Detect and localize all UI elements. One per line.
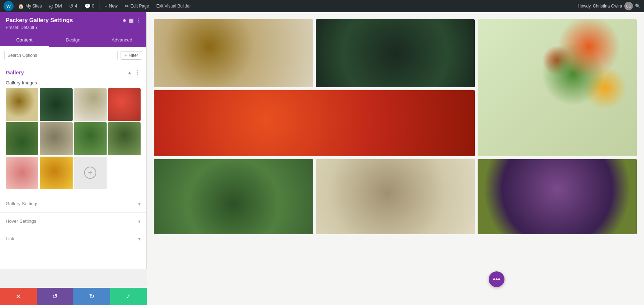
gallery-item-1[interactable] xyxy=(154,19,313,87)
sidebar-more-icon[interactable]: ⋮ xyxy=(136,18,141,23)
bar-item-divi[interactable]: ◎ Divi xyxy=(46,2,65,10)
gallery-menu-icon[interactable]: ⋮ xyxy=(135,69,141,76)
plus-icon: + xyxy=(104,3,107,9)
bar-item-new[interactable]: + New xyxy=(102,2,120,10)
redo-icon: ↻ xyxy=(89,292,94,300)
bar-item-my-sites[interactable]: 🏠 My Sites xyxy=(15,2,45,10)
bar-item-chat[interactable]: 💬 0 xyxy=(82,2,97,10)
wp-admin-bar: W 🏠 My Sites ◎ Divi ↺ 4 💬 0 + New ✏ Edit… xyxy=(0,0,644,12)
sidebar-resize-icon[interactable]: ⊞ xyxy=(122,18,127,23)
undo-icon: ↺ xyxy=(52,292,58,300)
bar-item-comments[interactable]: ↺ 4 xyxy=(66,2,80,10)
gallery-item-2[interactable] xyxy=(316,19,475,87)
thumb-image-7 xyxy=(74,122,107,155)
link-section[interactable]: Link ▾ xyxy=(0,230,146,247)
gallery-item-5[interactable] xyxy=(154,159,313,234)
sidebar-header: Packery Gallery Settings ⊞ ▦ ⋮ Preset: D… xyxy=(0,12,146,34)
sidebar-title: Packery Gallery Settings xyxy=(6,17,73,24)
save-icon: ✓ xyxy=(126,292,131,300)
sidebar-content: Gallery ▲ ⋮ Gallery Images xyxy=(0,64,146,269)
add-image-plus: + xyxy=(84,167,96,179)
thumb-9[interactable] xyxy=(6,157,38,189)
gallery-item-7[interactable] xyxy=(478,159,637,234)
hover-settings-chevron-icon: ▾ xyxy=(138,218,141,224)
thumb-4[interactable] xyxy=(108,88,141,121)
thumb-2[interactable] xyxy=(40,88,72,121)
gallery-images-label: Gallery Images xyxy=(0,79,146,88)
sidebar-toolbar: ✕ ↺ ↻ ✓ xyxy=(0,288,147,305)
gallery-item-4[interactable] xyxy=(154,90,475,156)
gallery-collapse-icon[interactable]: ▲ xyxy=(127,70,132,75)
bar-separator xyxy=(99,3,99,10)
thumb-image-2 xyxy=(40,88,72,121)
gallery-area xyxy=(147,12,644,305)
sidebar-title-row: Packery Gallery Settings ⊞ ▦ ⋮ xyxy=(6,17,141,24)
thumb-image-5 xyxy=(6,122,38,155)
sidebar: Packery Gallery Settings ⊞ ▦ ⋮ Preset: D… xyxy=(0,12,147,269)
bar-item-edit-page[interactable]: ✏ Edit Page xyxy=(122,2,152,10)
wp-logo-icon[interactable]: W xyxy=(4,1,14,11)
gallery-section-title: Gallery xyxy=(6,69,124,75)
bar-item-exit-builder[interactable]: Exit Visual Builder xyxy=(153,2,194,10)
search-input[interactable] xyxy=(4,51,118,60)
thumb-1[interactable] xyxy=(6,88,38,121)
gallery-item-6[interactable] xyxy=(316,159,475,234)
save-button[interactable]: ✓ xyxy=(110,288,147,305)
redo-button[interactable]: ↻ xyxy=(73,288,110,305)
hover-settings-section[interactable]: Hover Settings ▾ xyxy=(0,212,146,230)
thumb-image-8 xyxy=(108,122,141,155)
thumb-5[interactable] xyxy=(6,122,38,155)
preset-selector[interactable]: Preset: Default xyxy=(6,25,141,30)
gallery-item-3[interactable] xyxy=(478,19,637,156)
thumb-image-4 xyxy=(108,88,141,121)
thumb-10[interactable] xyxy=(40,157,72,189)
chat-icon: 💬 xyxy=(84,3,91,9)
link-chevron-icon: ▾ xyxy=(138,236,141,242)
sidebar-search-bar: + Filter xyxy=(0,47,146,64)
thumb-6[interactable] xyxy=(40,122,72,155)
cancel-icon: ✕ xyxy=(16,292,21,300)
avatar[interactable]: CG xyxy=(624,2,633,10)
gallery-settings-chevron-icon: ▾ xyxy=(138,201,141,207)
cancel-button[interactable]: ✕ xyxy=(0,288,37,305)
gallery-settings-label: Gallery Settings xyxy=(6,201,138,206)
thumb-7[interactable] xyxy=(74,122,107,155)
sidebar-layout-icon[interactable]: ▦ xyxy=(129,18,133,23)
gallery-settings-section[interactable]: Gallery Settings ▾ xyxy=(0,195,146,212)
gallery-thumbnails-grid: + xyxy=(0,88,146,195)
floating-menu-icon: ••• xyxy=(493,275,500,284)
main-content: ••• xyxy=(147,12,644,305)
refresh-icon: ↺ xyxy=(69,3,73,9)
gallery-masonry-grid xyxy=(154,19,637,234)
thumb-8[interactable] xyxy=(108,122,141,155)
tab-content[interactable]: Content xyxy=(0,34,49,47)
hover-settings-label: Hover Settings xyxy=(6,218,138,224)
link-label: Link xyxy=(6,236,138,241)
admin-search-icon[interactable]: 🔍 xyxy=(635,4,640,9)
gallery-section-header: Gallery ▲ ⋮ xyxy=(0,64,146,79)
sidebar-wrapper: Packery Gallery Settings ⊞ ▦ ⋮ Preset: D… xyxy=(0,12,147,305)
thumb-image-10 xyxy=(40,157,72,189)
divi-icon: ◎ xyxy=(49,3,53,9)
tab-design[interactable]: Design xyxy=(49,34,97,47)
filter-button[interactable]: + Filter xyxy=(121,51,142,60)
filter-icon: + xyxy=(125,53,127,58)
sidebar-tabs: Content Design Advanced xyxy=(0,34,146,47)
floating-menu-button[interactable]: ••• xyxy=(489,271,504,287)
thumb-image-1 xyxy=(6,88,38,121)
thumb-add[interactable]: + xyxy=(74,157,107,189)
thumb-image-9 xyxy=(6,157,38,189)
thumb-3[interactable] xyxy=(74,88,107,121)
tab-advanced[interactable]: Advanced xyxy=(98,34,146,47)
edit-icon: ✏ xyxy=(125,3,129,9)
sidebar-header-icons: ⊞ ▦ ⋮ xyxy=(122,18,141,23)
admin-bar-right: Howdy, Christina Gwira CG 🔍 xyxy=(578,2,640,10)
thumb-image-3 xyxy=(74,88,107,121)
main-layout: Packery Gallery Settings ⊞ ▦ ⋮ Preset: D… xyxy=(0,12,644,305)
undo-button[interactable]: ↺ xyxy=(37,288,74,305)
thumb-image-6 xyxy=(40,122,72,155)
home-icon: 🏠 xyxy=(18,3,24,9)
